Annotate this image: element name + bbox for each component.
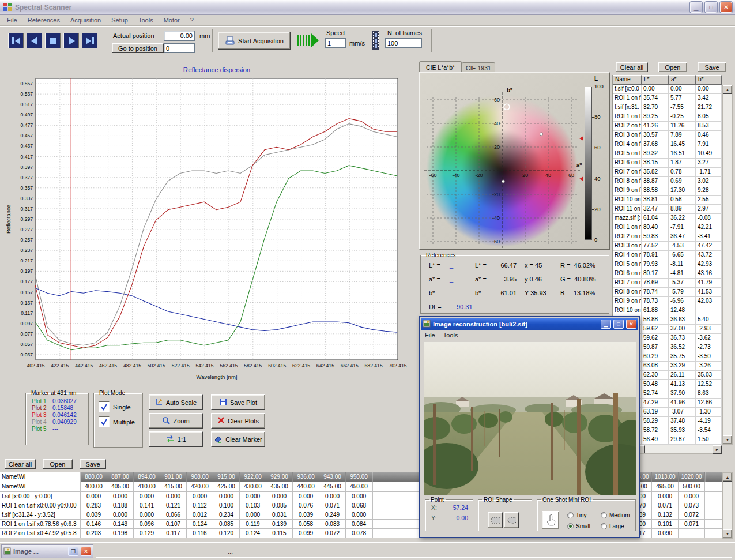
minimize-button[interactable]: ▁ bbox=[601, 320, 611, 329]
clear-plots-button[interactable]: Clear Plots bbox=[211, 413, 265, 429]
lab-table-row[interactable]: ROI 7 on f35.820.78-1.71 bbox=[613, 168, 722, 177]
maximize-button[interactable]: □ bbox=[705, 2, 717, 13]
actual-position-field[interactable] bbox=[164, 31, 195, 41]
motor-back-button[interactable] bbox=[27, 33, 42, 48]
lab-table-row[interactable]: ROI 5 on f39.3216.5110.49 bbox=[613, 149, 722, 159]
single-checkbox[interactable] bbox=[99, 401, 110, 412]
menu-item-file[interactable]: File bbox=[421, 331, 439, 339]
radio-small[interactable]: Small bbox=[567, 523, 601, 529]
lab-table-row[interactable]: ROI 9 on f38.5817.309.28 bbox=[613, 186, 722, 196]
auto-scale-button[interactable]: Auto Scale bbox=[149, 394, 203, 410]
lab-table-row[interactable]: ROI 7 on m78.69-5.3741.79 bbox=[613, 279, 722, 288]
radio-large[interactable]: Large bbox=[601, 523, 633, 529]
motor-home-button[interactable] bbox=[8, 33, 24, 48]
orchard-photo[interactable] bbox=[424, 342, 636, 495]
scroll-track[interactable] bbox=[645, 445, 713, 453]
roi-ellipse-button[interactable] bbox=[504, 512, 519, 528]
close-button[interactable]: ✕ bbox=[626, 320, 636, 329]
multiple-option[interactable]: Multiple bbox=[99, 416, 138, 427]
lab-table-row[interactable]: ROI 11 on32.478.892.97 bbox=[613, 205, 722, 214]
lab-table-row[interactable]: ROI 2 on f41.2611.268.53 bbox=[613, 122, 722, 131]
radio-button[interactable] bbox=[601, 512, 607, 518]
multiple-checkbox[interactable] bbox=[99, 416, 110, 427]
cie-color-wheel[interactable] bbox=[426, 95, 578, 247]
lab-table-row[interactable]: ROI 1 on f39.25-0.258.05 bbox=[613, 112, 722, 122]
lab-table-row[interactable]: ROI 1 on m80.40-7.9142.21 bbox=[613, 223, 722, 232]
menu-item-help[interactable]: ? bbox=[185, 16, 199, 25]
lab-table-row[interactable]: mazz.sif [:61.0436.22-0.08 bbox=[613, 214, 722, 223]
lab-table-row[interactable]: ROI 10 on61.8812.48 bbox=[613, 306, 722, 315]
lab-table-row[interactable]: ROI 2 on m59.8336.47-3.41 bbox=[613, 232, 722, 242]
menu-item-file[interactable]: File bbox=[2, 16, 22, 25]
lab-table-row[interactable]: ROI 1 on f35.745.773.42 bbox=[613, 94, 722, 103]
lab-clear-all-button[interactable]: Clear all bbox=[616, 62, 648, 72]
column-header[interactable]: a* bbox=[669, 75, 696, 85]
radio-medium[interactable]: Medium bbox=[601, 512, 633, 518]
tab-cie-1931[interactable]: CIE 1931 bbox=[462, 62, 495, 73]
column-header[interactable]: L* bbox=[642, 75, 669, 85]
save-plot-button[interactable]: Save Plot bbox=[211, 394, 265, 410]
close-button[interactable]: ✕ bbox=[720, 2, 732, 13]
lab-save-button[interactable]: Save bbox=[698, 62, 726, 72]
minimized-image-window[interactable]: Image ... ❐ ✕ bbox=[1, 544, 93, 558]
speed-field[interactable] bbox=[325, 38, 346, 48]
restore-button[interactable]: ❐ bbox=[68, 547, 78, 556]
roi-rectangle-button[interactable] bbox=[488, 512, 503, 528]
one-to-one-button[interactable]: 1:1 bbox=[149, 431, 203, 447]
lab-table-row[interactable]: ROI 4 on f37.6816.457.91 bbox=[613, 140, 722, 149]
scroll-right-button[interactable]: ► bbox=[713, 445, 722, 454]
menu-item-tools[interactable]: Tools bbox=[439, 331, 462, 339]
lab-table-row[interactable]: ROI 6 on f38.151.873.27 bbox=[613, 159, 722, 168]
lab-table-row[interactable]: ROI 5 on m79.93-8.1142.93 bbox=[613, 260, 722, 269]
l-gradient-bar[interactable] bbox=[585, 87, 592, 240]
menu-item-tools[interactable]: Tools bbox=[133, 16, 159, 25]
motor-stop-button[interactable] bbox=[45, 33, 61, 48]
radio-button[interactable] bbox=[567, 523, 574, 529]
column-header[interactable]: Name bbox=[613, 75, 642, 85]
start-acquisition-button[interactable]: Start Acquisition bbox=[218, 32, 291, 50]
motor-end-button[interactable] bbox=[82, 33, 97, 48]
lab-table-row[interactable]: ROI 8 on m78.74-5.7941.53 bbox=[613, 288, 722, 297]
lab-table-row[interactable]: f.sif [x:31.32.70-7.5521.72 bbox=[613, 103, 722, 112]
minimize-button[interactable]: ▁ bbox=[690, 2, 702, 13]
zoom-button[interactable]: Zoom bbox=[149, 413, 203, 429]
lab-table-vscrollbar[interactable]: ▲ ▼ bbox=[722, 85, 733, 445]
close-button[interactable]: ✕ bbox=[81, 547, 91, 556]
scroll-up-button[interactable]: ▲ bbox=[723, 85, 732, 94]
scroll-down-button[interactable]: ▼ bbox=[723, 435, 732, 444]
menu-item-references[interactable]: References bbox=[22, 16, 65, 25]
reflectance-chart[interactable]: 402.415422.415442.415462.415482.415502.4… bbox=[5, 65, 408, 388]
pick-point-button[interactable] bbox=[542, 511, 559, 529]
lab-table-row[interactable]: ROI 9 on m78.73-6.9642.03 bbox=[613, 297, 722, 306]
scroll-track[interactable] bbox=[723, 94, 732, 435]
scroll-up-button[interactable]: ▲ bbox=[723, 473, 732, 482]
maximize-button[interactable]: □ bbox=[613, 320, 624, 329]
spectra-save-button[interactable]: Save bbox=[80, 459, 106, 469]
frames-field[interactable] bbox=[385, 38, 422, 48]
menu-item-motor[interactable]: Motor bbox=[159, 16, 185, 25]
radio-button[interactable] bbox=[567, 512, 574, 518]
lab-table-row[interactable]: ROI 8 on f38.870.693.02 bbox=[613, 177, 722, 186]
lab-table-row[interactable]: ROI 4 on m78.91-6.6543.72 bbox=[613, 251, 722, 260]
lab-table-row[interactable]: ROI 3 on m77.52-4.5347.42 bbox=[613, 242, 722, 251]
goto-position-button[interactable]: Go to position bbox=[112, 43, 164, 53]
spectra-table-vscrollbar[interactable]: ▲ ▼ bbox=[722, 472, 733, 539]
lab-table-row[interactable]: ROI 3 on f30.577.890.46 bbox=[613, 131, 722, 140]
lab-table-row[interactable]: ROI 10 on38.810.582.55 bbox=[613, 196, 722, 205]
lab-open-button[interactable]: Open bbox=[658, 62, 687, 72]
menu-item-acquisition[interactable]: Acquisition bbox=[65, 16, 106, 25]
clear-marker-button[interactable]: Clear Marker bbox=[211, 431, 265, 447]
column-header[interactable]: b* bbox=[696, 75, 722, 85]
menu-item-setup[interactable]: Setup bbox=[106, 16, 133, 25]
radio-button[interactable] bbox=[601, 523, 607, 529]
image-window-titlebar[interactable]: Image reconstruction [buli2.sif] ▁ □ ✕ bbox=[421, 318, 638, 330]
scroll-down-button[interactable]: ▼ bbox=[723, 529, 732, 538]
motor-forward-button[interactable] bbox=[63, 33, 79, 48]
titlebar[interactable]: Spectral Scanner ▁ □ ✕ bbox=[0, 0, 735, 15]
tab-cie-lab[interactable]: CIE L*a*b* bbox=[419, 61, 462, 73]
goto-position-field[interactable] bbox=[164, 43, 195, 53]
radio-tiny[interactable]: Tiny bbox=[567, 512, 601, 518]
image-reconstruction-window[interactable]: Image reconstruction [buli2.sif] ▁ □ ✕ F… bbox=[419, 316, 640, 538]
lab-table-row[interactable]: ROI 6 on m80.17-4.8143.16 bbox=[613, 269, 722, 279]
single-option[interactable]: Single bbox=[99, 401, 138, 412]
